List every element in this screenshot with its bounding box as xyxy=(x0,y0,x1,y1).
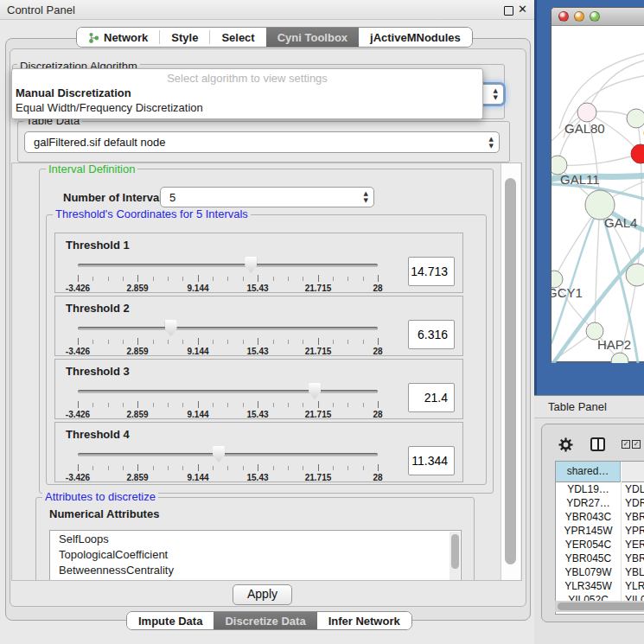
network-canvas[interactable]: GAL80GCGAL11GAL4GCY1HHAP2 xyxy=(552,25,644,363)
tab-infer-network-label: Infer Network xyxy=(328,615,400,628)
table-row[interactable]: YBR043CYBR0 xyxy=(556,510,644,524)
slider-ticks xyxy=(78,464,379,471)
columns-icon[interactable] xyxy=(590,437,605,451)
attributes-group-label: Attributes to discretize xyxy=(42,491,158,502)
table-panel-title: Table Panel xyxy=(548,400,607,413)
tab-network-label: Network xyxy=(104,31,148,44)
table-row[interactable]: YBR045CYBR0 xyxy=(556,552,644,565)
tab-style-label: Style xyxy=(171,31,198,44)
network-icon xyxy=(88,32,99,43)
top-tab-bar: Network Style Select Cyni Toolbox jActiv… xyxy=(76,27,473,48)
network-node-label: GCY1 xyxy=(552,285,583,300)
minimize-traffic-light-icon[interactable] xyxy=(574,11,584,22)
tab-cyni-toolbox-label: Cyni Toolbox xyxy=(277,31,348,44)
checkbox-icon[interactable]: ✓ xyxy=(622,440,630,449)
threshold-row: Threshold 4 -3.4262.8599.14415.4321.7152… xyxy=(54,422,463,482)
threshold-label: Threshold 2 xyxy=(66,302,130,315)
threshold-slider[interactable]: -3.4262.8599.14415.4321.71528 xyxy=(78,256,379,294)
network-node-label: HAP2 xyxy=(597,337,631,352)
table-panel-window: ✓ ✓ shared… n YDL19…YDL1 YDR27…YDR2 YBR0… xyxy=(541,424,644,622)
table-row[interactable]: YDL19…YDL1 xyxy=(556,482,644,496)
threshold-value-field[interactable] xyxy=(408,257,455,286)
network-node-label: GAL11 xyxy=(560,172,600,187)
slider-tick-labels: -3.4262.8599.14415.4321.71528 xyxy=(78,473,379,483)
dropdown-option-equal-width[interactable]: Equal Width/Frequency Discretization xyxy=(12,100,482,115)
settings-scrollbar[interactable] xyxy=(501,163,520,581)
threshold-slider[interactable]: -3.4262.8599.14415.4321.71528 xyxy=(78,445,379,483)
table-row[interactable]: YBL079WYBL0 xyxy=(556,565,644,579)
apply-button[interactable]: Apply xyxy=(233,584,292,605)
network-node[interactable] xyxy=(577,103,596,122)
table-row[interactable]: YPR145WYPR1 xyxy=(556,524,644,538)
tab-style[interactable]: Style xyxy=(160,28,209,47)
network-view-window[interactable]: GAL80GCGAL11GAL4GCY1HHAP2 xyxy=(551,7,644,362)
list-item[interactable]: SelfLoops xyxy=(50,531,461,546)
settings-scroll-region: Interval Definition Number of Intervals … xyxy=(11,163,522,581)
table-row[interactable]: YER054CYER0 xyxy=(556,538,644,552)
list-item[interactable]: TopologicalCoefficient xyxy=(50,546,461,562)
num-intervals-combobox[interactable]: 5 ▲▼ xyxy=(160,187,374,207)
slider-thumb[interactable] xyxy=(245,257,257,273)
slider-track[interactable] xyxy=(78,264,378,267)
list-scrollbar[interactable] xyxy=(450,532,460,581)
threshold-slider[interactable]: -3.4262.8599.14415.4321.71528 xyxy=(78,319,379,357)
network-node[interactable] xyxy=(627,109,644,128)
slider-thumb[interactable] xyxy=(309,383,321,399)
combobox-stepper-icon: ▲▼ xyxy=(494,87,498,101)
column-header-name[interactable]: n xyxy=(622,462,644,482)
slider-thumb[interactable] xyxy=(213,446,225,462)
slider-track[interactable] xyxy=(78,390,378,393)
threshold-value-field[interactable] xyxy=(408,383,455,412)
threshold-slider[interactable]: -3.4262.8599.14415.4321.71528 xyxy=(78,382,379,420)
threshold-row: Threshold 2 -3.4262.8599.14415.4321.7152… xyxy=(54,296,463,356)
slider-ticks xyxy=(78,338,379,345)
zoom-traffic-light-icon[interactable] xyxy=(590,11,600,22)
screenshot-root: Control Panel ✕ Network Style xyxy=(0,0,644,644)
tab-discretize-data[interactable]: Discretize Data xyxy=(214,612,316,629)
close-icon[interactable]: ✕ xyxy=(518,3,527,16)
tab-network[interactable]: Network xyxy=(77,28,159,47)
numerical-attributes-list[interactable]: SelfLoops TopologicalCoefficient Between… xyxy=(49,530,462,581)
threshold-label: Threshold 4 xyxy=(66,428,130,441)
threshold-value-field[interactable] xyxy=(408,320,455,349)
table-horizontal-scrollbar-thumb[interactable] xyxy=(558,603,644,610)
float-window-icon[interactable] xyxy=(504,6,513,16)
settings-scrollbar-thumb[interactable] xyxy=(505,178,516,564)
network-node[interactable] xyxy=(626,264,644,286)
num-intervals-label: Number of Intervals xyxy=(63,191,169,204)
list-item[interactable]: BetweennessCentrality xyxy=(50,562,461,577)
cytoscape-desktop: GAL80GCGAL11GAL4GCY1HHAP2 xyxy=(534,0,644,395)
checkbox-icon[interactable]: ✓ xyxy=(632,440,641,449)
table-row[interactable]: YDR27…YDR2 xyxy=(556,496,644,510)
tab-infer-network[interactable]: Infer Network xyxy=(317,612,411,629)
bottom-tab-bar: Impute Data Discretize Data Infer Networ… xyxy=(126,611,412,630)
close-traffic-light-icon[interactable] xyxy=(558,11,569,22)
table-row[interactable]: YLR345WYLR3 xyxy=(556,579,644,593)
tab-cyni-toolbox[interactable]: Cyni Toolbox xyxy=(266,28,359,47)
tab-impute-data-label: Impute Data xyxy=(138,615,202,628)
thresholds-group-label: Threshold's Coordinates for 5 Intervals xyxy=(53,208,251,220)
slider-track[interactable] xyxy=(78,453,378,456)
tab-impute-data[interactable]: Impute Data xyxy=(127,612,214,629)
dropdown-option-manual[interactable]: Manual Discretization xyxy=(12,86,482,100)
threshold-value-field[interactable] xyxy=(408,446,455,475)
num-intervals-value: 5 xyxy=(169,191,175,204)
network-window-titlebar[interactable] xyxy=(552,8,644,26)
node-table: shared… n YDL19…YDL1 YDR27…YDR2 YBR043CY… xyxy=(555,461,644,615)
column-header-shared[interactable]: shared… xyxy=(556,462,621,482)
slider-tick-labels: -3.4262.8599.14415.4321.71528 xyxy=(78,284,379,294)
table-data-combobox[interactable]: galFiltered.sif default node ▲▼ xyxy=(24,131,500,153)
slider-thumb[interactable] xyxy=(165,320,177,336)
combobox-stepper-icon: ▲▼ xyxy=(364,190,368,204)
threshold-row: Threshold 1 -3.4262.8599.14415.4321.7152… xyxy=(54,233,463,293)
threshold-row: Threshold 3 -3.4262.8599.14415.4321.7152… xyxy=(54,359,463,419)
table-horizontal-scrollbar[interactable] xyxy=(555,601,644,612)
tab-jactivemnodules[interactable]: jActiveMNodules xyxy=(359,28,472,47)
network-node[interactable] xyxy=(631,144,644,163)
slider-track[interactable] xyxy=(78,327,378,330)
tab-select[interactable]: Select xyxy=(210,28,265,47)
gear-icon[interactable] xyxy=(558,437,573,452)
tab-jactivemnodules-label: jActiveMNodules xyxy=(370,31,461,44)
list-scrollbar-thumb[interactable] xyxy=(451,534,459,569)
network-node-label: GAL80 xyxy=(564,121,605,136)
